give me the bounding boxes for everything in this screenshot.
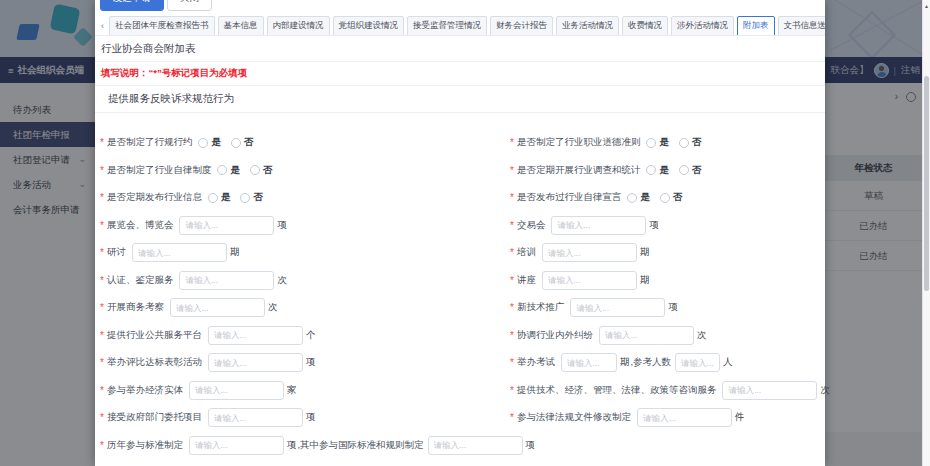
radio-circle-icon[interactable] [208, 193, 218, 203]
radio-yes[interactable]: 是 [627, 191, 650, 204]
required-asterisk: * [510, 412, 514, 423]
required-asterisk: * [100, 220, 104, 231]
radio-yes[interactable]: 是 [217, 164, 240, 177]
radio-circle-icon[interactable] [627, 193, 637, 203]
form-field: *研讨期 [100, 243, 239, 262]
page-scrollbar[interactable]: ▲ [922, 0, 930, 466]
radio-yes[interactable]: 是 [198, 136, 221, 149]
tab-业务活动情况[interactable]: 业务活动情况 [556, 16, 619, 36]
text-input[interactable] [599, 326, 694, 345]
tab-涉外活动情况[interactable]: 涉外活动情况 [671, 16, 734, 36]
tabs-prev-icon[interactable]: ‹ [99, 21, 106, 35]
field-unit: 家 [287, 384, 297, 397]
form-field: *参与举办经济实体家 [100, 381, 296, 400]
annex-form-modal: 发起申请 关闭 ‹ 社会团体年度检查报告书基本信息内部建设情况党组织建设情况接受… [95, 0, 825, 466]
tab-附加表[interactable]: 附加表 [737, 16, 775, 36]
radio-circle-icon[interactable] [240, 193, 250, 203]
form-cell-right: *新技术推广项 [510, 298, 825, 317]
text-input[interactable] [637, 408, 732, 427]
radio-circle-icon[interactable] [250, 165, 260, 175]
radio-circle-icon[interactable] [198, 138, 208, 148]
tab-社会团体年度检查报告书[interactable]: 社会团体年度检查报告书 [109, 16, 215, 36]
field-label: 是否制定了行规行约 [107, 136, 193, 149]
form-row: *是否制定了行业自律制度是否*是否定期开展行业调查和统计是否 [95, 157, 825, 185]
radio-yes[interactable]: 是 [646, 136, 669, 149]
form-cell-left: *开展商务考察次 [100, 298, 510, 317]
form-cell-left: *举办评比达标表彰活动项 [100, 353, 510, 372]
form-row: *研讨期*培训期 [95, 239, 825, 267]
page-title: 行业协会商会附加表 [95, 36, 825, 62]
radio-circle-icon[interactable] [646, 138, 656, 148]
radio-no[interactable]: 否 [679, 136, 702, 149]
radio-option-label: 是 [640, 191, 650, 204]
radio-yes[interactable]: 是 [646, 164, 669, 177]
radio-no[interactable]: 否 [231, 136, 254, 149]
tab-内部建设情况[interactable]: 内部建设情况 [267, 16, 330, 36]
text-input[interactable] [189, 381, 284, 400]
text-input[interactable] [722, 381, 817, 400]
radio-no[interactable]: 否 [250, 164, 273, 177]
scroll-up-icon[interactable]: ▲ [923, 0, 930, 9]
radio-option-label: 否 [692, 164, 702, 177]
tab-接受监督管理情况[interactable]: 接受监督管理情况 [407, 16, 487, 36]
text-input[interactable] [179, 216, 274, 235]
form-cell-left: *是否制定了行规行约是否 [100, 136, 510, 149]
radio-no[interactable]: 否 [660, 191, 683, 204]
radio-yes[interactable]: 是 [208, 191, 231, 204]
text-input[interactable] [542, 243, 637, 262]
text-input[interactable] [561, 353, 617, 372]
form-field: *接受政府部门委托项目项 [100, 408, 315, 427]
radio-circle-icon[interactable] [679, 138, 689, 148]
form-row: *是否定期发布行业信息是否*是否发布过行业自律宣言是否 [95, 184, 825, 212]
text-input[interactable] [428, 436, 523, 455]
form-field: *新技术推广项 [510, 298, 678, 317]
form-cell-right: *培训期 [510, 243, 825, 262]
text-input[interactable] [551, 216, 646, 235]
radio-circle-icon[interactable] [679, 165, 689, 175]
field-unit: 次 [820, 384, 830, 397]
field-unit: 次 [277, 274, 287, 287]
radio-circle-icon[interactable] [217, 165, 227, 175]
tab-收费情况[interactable]: 收费情况 [622, 16, 668, 36]
field-unit: 期 [620, 356, 630, 369]
text-input[interactable] [170, 298, 265, 317]
radio-circle-icon[interactable] [231, 138, 241, 148]
text-input[interactable] [208, 353, 303, 372]
text-input[interactable] [675, 353, 720, 372]
text-input[interactable] [208, 408, 303, 427]
radio-no[interactable]: 否 [679, 164, 702, 177]
form-cell-right: *参与法律法规文件修改制定件 [510, 408, 825, 427]
text-input[interactable] [189, 436, 284, 455]
tab-文书信息送达[interactable]: 文书信息送达 [778, 16, 826, 36]
radio-option-label: 否 [673, 191, 683, 204]
field-label: 接受政府部门委托项目 [107, 411, 202, 424]
scrollbar-thumb[interactable] [924, 76, 929, 291]
text-input[interactable] [208, 326, 303, 345]
radio-no[interactable]: 否 [240, 191, 263, 204]
close-button[interactable]: 关闭 [167, 0, 212, 11]
field-unit: 项 [306, 356, 316, 369]
submit-button[interactable]: 发起申请 [100, 0, 164, 11]
tab-财务会计报告[interactable]: 财务会计报告 [490, 16, 553, 36]
text-input[interactable] [570, 298, 665, 317]
field-label: 交易会 [517, 219, 546, 232]
required-asterisk: * [100, 137, 104, 148]
form-field: *讲座期 [510, 271, 649, 290]
field-label: 举办考试 [517, 356, 555, 369]
radio-circle-icon[interactable] [646, 165, 656, 175]
required-asterisk: * [100, 165, 104, 176]
text-input[interactable] [132, 243, 227, 262]
required-asterisk: * [510, 137, 514, 148]
field-label: ,参考人数 [630, 356, 671, 369]
required-asterisk: * [510, 385, 514, 396]
field-label: 研讨 [107, 246, 126, 259]
required-asterisk: * [510, 357, 514, 368]
required-asterisk: * [510, 220, 514, 231]
tab-基本信息[interactable]: 基本信息 [218, 16, 264, 36]
tab-党组织建设情况[interactable]: 党组织建设情况 [333, 16, 405, 36]
field-unit: 项 [306, 411, 316, 424]
text-input[interactable] [542, 271, 637, 290]
radio-option-label: 否 [692, 136, 702, 149]
text-input[interactable] [179, 271, 274, 290]
radio-circle-icon[interactable] [660, 193, 670, 203]
